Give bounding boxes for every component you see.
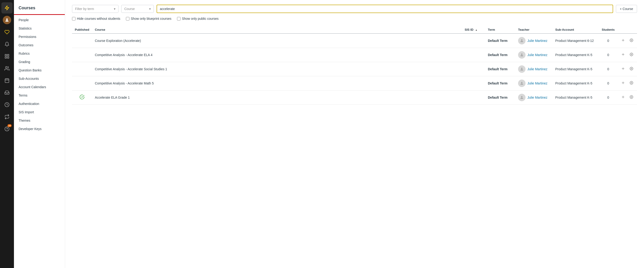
notifications-icon[interactable] bbox=[2, 39, 12, 50]
students-cell: 0 bbox=[599, 48, 618, 62]
hide-without-students-checkbox[interactable] bbox=[72, 17, 76, 21]
term-filter[interactable]: Filter by term ▾ bbox=[72, 5, 118, 13]
subaccount-cell: Product Management K-5 bbox=[552, 48, 599, 62]
published-cell bbox=[72, 91, 92, 105]
sidebar-sis-import[interactable]: SIS Import bbox=[14, 108, 65, 116]
hide-without-students-label[interactable]: Hide courses without students bbox=[72, 17, 120, 21]
switch-icon[interactable] bbox=[2, 111, 12, 122]
col-header-teacher: Teacher bbox=[515, 26, 552, 34]
sidebar-statistics[interactable]: Statistics bbox=[14, 24, 65, 33]
search-input[interactable] bbox=[156, 5, 613, 13]
teacher-cell: Julie Martinez bbox=[515, 34, 552, 48]
term-filter-chevron: ▾ bbox=[114, 7, 116, 11]
course-type-chevron: ▾ bbox=[149, 7, 151, 11]
col-header-actions bbox=[618, 26, 637, 34]
table-row: Competitive Analysis - Accelerate Social… bbox=[72, 62, 637, 76]
published-cell bbox=[72, 34, 92, 48]
teacher-link[interactable]: Julie Martinez bbox=[527, 67, 547, 71]
teacher-link[interactable]: Julie Martinez bbox=[527, 39, 547, 43]
sisid-cell bbox=[462, 91, 485, 105]
col-header-sisid[interactable]: SIS ID ▲ bbox=[462, 26, 485, 34]
sidebar-themes[interactable]: Themes bbox=[14, 116, 65, 125]
add-enrollment-button[interactable] bbox=[620, 38, 626, 44]
sidebar-outcomes[interactable]: Outcomes bbox=[14, 41, 65, 49]
svg-point-25 bbox=[631, 68, 632, 69]
course-settings-button[interactable] bbox=[629, 94, 634, 101]
sidebar-terms[interactable]: Terms bbox=[14, 91, 65, 100]
show-public-checkbox[interactable] bbox=[177, 17, 180, 21]
sisid-sort-arrow: ▲ bbox=[475, 29, 478, 31]
course-settings-button[interactable] bbox=[629, 38, 634, 44]
add-enrollment-button[interactable] bbox=[620, 94, 626, 101]
table-row: Accelerate ELA Grade 1Default Term Julie… bbox=[72, 91, 637, 105]
show-public-label[interactable]: Show only public courses bbox=[177, 17, 218, 21]
table-header-row: Published Course SIS ID ▲ Term Teacher S… bbox=[72, 26, 637, 34]
sisid-cell bbox=[462, 48, 485, 62]
inbox-icon[interactable] bbox=[2, 87, 12, 98]
published-cell bbox=[72, 48, 92, 62]
sidebar-people[interactable]: People bbox=[14, 16, 65, 24]
help-icon[interactable]: 10 bbox=[2, 123, 12, 134]
actions-cell bbox=[618, 48, 637, 62]
bookmark-icon[interactable] bbox=[2, 27, 12, 38]
course-settings-button[interactable] bbox=[629, 52, 634, 58]
sidebar-developer-keys[interactable]: Developer Keys bbox=[14, 125, 65, 133]
students-cell: 0 bbox=[599, 76, 618, 91]
students-cell: 0 bbox=[599, 91, 618, 105]
sidebar-title: Courses bbox=[14, 4, 65, 15]
svg-point-22 bbox=[521, 68, 522, 69]
add-enrollment-button[interactable] bbox=[620, 52, 626, 58]
courses-icon[interactable] bbox=[2, 51, 12, 62]
table-row: Course Exploration (Accelerate)Default T… bbox=[72, 34, 637, 48]
course-name-cell: Course Exploration (Accelerate) bbox=[92, 34, 462, 48]
home-icon[interactable] bbox=[2, 2, 12, 14]
course-type-filter[interactable]: Course ▾ bbox=[121, 5, 154, 13]
svg-point-33 bbox=[631, 97, 632, 98]
people-nav-icon[interactable] bbox=[2, 63, 12, 74]
history-icon[interactable] bbox=[2, 99, 12, 110]
sidebar-authentication[interactable]: Authentication bbox=[14, 100, 65, 108]
show-blueprint-checkbox[interactable] bbox=[126, 17, 130, 21]
sidebar-account-calendars[interactable]: Account Calendars bbox=[14, 83, 65, 91]
main-content: Filter by term ▾ Course ▾ + Course Hide … bbox=[65, 0, 644, 268]
user-avatar[interactable] bbox=[2, 15, 12, 26]
add-course-button[interactable]: + Course bbox=[616, 5, 637, 13]
sidebar-question-banks[interactable]: Question Banks bbox=[14, 66, 65, 75]
svg-point-26 bbox=[521, 82, 522, 83]
course-name-cell: Competitive Analysis - Accelerate ELA 4 bbox=[92, 48, 462, 62]
course-settings-button[interactable] bbox=[629, 66, 634, 72]
teacher-link[interactable]: Julie Martinez bbox=[527, 81, 547, 85]
table-row: Competitive Analysis - Accelerate Math 5… bbox=[72, 76, 637, 91]
sidebar-rubrics[interactable]: Rubrics bbox=[14, 49, 65, 58]
svg-point-30 bbox=[521, 96, 522, 98]
sidebar-sub-accounts[interactable]: Sub-Accounts bbox=[14, 75, 65, 83]
show-blueprint-label[interactable]: Show only blueprint courses bbox=[126, 17, 172, 21]
sidebar-permissions[interactable]: Permissions bbox=[14, 33, 65, 41]
subaccount-cell: Product Management K-5 bbox=[552, 91, 599, 105]
add-enrollment-button[interactable] bbox=[620, 66, 626, 72]
teacher-cell: Julie Martinez bbox=[515, 91, 552, 105]
term-cell: Default Term bbox=[485, 62, 515, 76]
subaccount-cell: Product Management K-5 bbox=[552, 76, 599, 91]
sidebar-grading[interactable]: Grading bbox=[14, 58, 65, 66]
svg-rect-7 bbox=[5, 79, 9, 83]
teacher-link[interactable]: Julie Martinez bbox=[527, 53, 547, 57]
teacher-avatar bbox=[518, 80, 526, 87]
add-enrollment-button[interactable] bbox=[620, 80, 626, 87]
teacher-avatar bbox=[518, 65, 526, 73]
svg-point-17 bbox=[631, 40, 632, 41]
icon-bar: 10 bbox=[0, 0, 14, 268]
search-wrapper bbox=[156, 5, 613, 13]
sisid-cell bbox=[462, 34, 485, 48]
subaccount-cell: Product Management 6-12 bbox=[552, 34, 599, 48]
svg-rect-3 bbox=[8, 55, 9, 56]
actions-cell bbox=[618, 62, 637, 76]
help-badge: 10 bbox=[8, 124, 12, 127]
svg-rect-5 bbox=[5, 57, 6, 58]
term-filter-label: Filter by term bbox=[75, 7, 94, 11]
calendar-nav-icon[interactable] bbox=[2, 75, 12, 86]
course-settings-button[interactable] bbox=[629, 80, 634, 87]
teacher-link[interactable]: Julie Martinez bbox=[527, 96, 547, 99]
svg-point-14 bbox=[521, 39, 522, 41]
course-name-cell: Competitive Analysis - Accelerate Math 5 bbox=[92, 76, 462, 91]
